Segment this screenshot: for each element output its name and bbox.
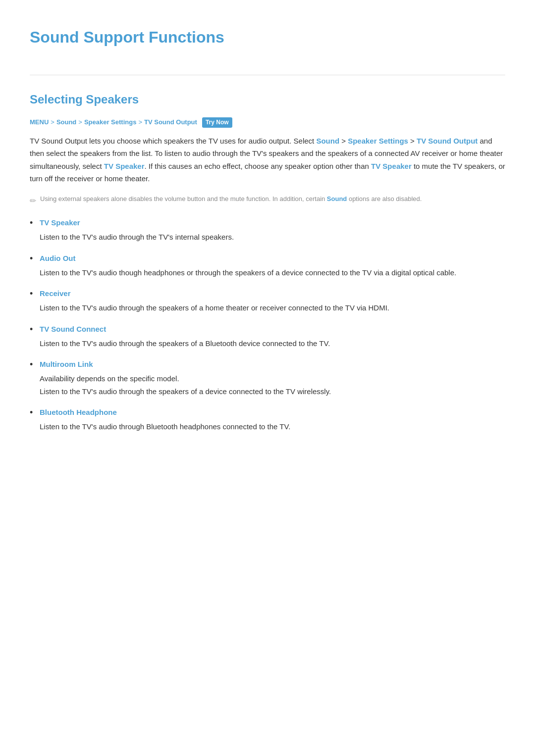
note-text: Using external speakers alone disables t…	[40, 194, 422, 204]
page-title: Sound Support Functions	[30, 25, 505, 55]
highlight-tv-speaker-2: TV Speaker	[371, 162, 412, 170]
try-now-badge[interactable]: Try Now	[202, 117, 232, 128]
list-item: Receiver Listen to the TV's audio throug…	[30, 288, 505, 314]
note-highlight: Sound	[327, 195, 347, 202]
section-title: Selecting Speakers	[30, 90, 505, 109]
speaker-name-receiver: Receiver	[40, 288, 505, 300]
speaker-name-tv-sound-connect: TV Sound Connect	[40, 323, 505, 335]
highlight-sound: Sound	[316, 137, 339, 145]
highlight-tv-sound-output: TV Sound Output	[417, 137, 478, 145]
speaker-desc-multiroom-2: Listen to the TV's audio through the spe…	[40, 387, 331, 396]
speaker-list: TV Speaker Listen to the TV's audio thro…	[30, 217, 505, 433]
main-text-1: TV Sound Output lets you choose which sp…	[30, 137, 316, 145]
main-text-3: >	[408, 137, 417, 145]
list-item: Audio Out Listen to the TV's audio thoug…	[30, 252, 505, 279]
speaker-name-tv: TV Speaker	[40, 217, 505, 229]
breadcrumb-sep3: >	[138, 117, 142, 128]
note-text-2: options are also disabled.	[347, 195, 422, 202]
note-text-1: Using external speakers alone disables t…	[40, 195, 327, 202]
speaker-desc-audio-out: Listen to the TV's audio though headphon…	[40, 268, 456, 277]
section-divider	[30, 75, 505, 75]
speaker-desc-bluetooth: Listen to the TV's audio through Bluetoo…	[40, 422, 290, 431]
speaker-desc-tv: Listen to the TV's audio through the TV'…	[40, 233, 234, 241]
breadcrumb-speaker-settings[interactable]: Speaker Settings	[84, 117, 137, 128]
main-text-5: . If this causes an echo effect, choose …	[145, 162, 372, 170]
main-text-2: >	[339, 137, 348, 145]
breadcrumb-menu[interactable]: MENU	[30, 117, 49, 128]
note-icon: ✏	[30, 195, 36, 207]
main-paragraph: TV Sound Output lets you choose which sp…	[30, 135, 505, 185]
breadcrumb-sep1: >	[51, 117, 54, 128]
highlight-speaker-settings: Speaker Settings	[348, 137, 408, 145]
breadcrumb-tv-sound-output[interactable]: TV Sound Output	[144, 117, 197, 128]
speaker-desc-tv-sound-connect: Listen to the TV's audio through the spe…	[40, 339, 330, 348]
list-item: TV Sound Connect Listen to the TV's audi…	[30, 323, 505, 350]
list-item: Bluetooth Headphone Listen to the TV's a…	[30, 406, 505, 433]
speaker-desc-multiroom-1: Availability depends on the specific mod…	[40, 374, 179, 383]
speaker-name-audio-out: Audio Out	[40, 252, 505, 264]
speaker-name-bluetooth: Bluetooth Headphone	[40, 406, 505, 418]
note-box: ✏ Using external speakers alone disables…	[30, 194, 505, 207]
speaker-name-multiroom: Multiroom Link	[40, 358, 505, 370]
breadcrumb-sound[interactable]: Sound	[56, 117, 76, 128]
speaker-desc-receiver: Listen to the TV's audio through the spe…	[40, 303, 389, 312]
highlight-tv-speaker-1: TV Speaker	[104, 162, 145, 170]
breadcrumb-sep2: >	[78, 117, 82, 128]
breadcrumb: MENU > Sound > Speaker Settings > TV Sou…	[30, 117, 505, 128]
list-item: TV Speaker Listen to the TV's audio thro…	[30, 217, 505, 244]
list-item: Multiroom Link Availability depends on t…	[30, 358, 505, 398]
